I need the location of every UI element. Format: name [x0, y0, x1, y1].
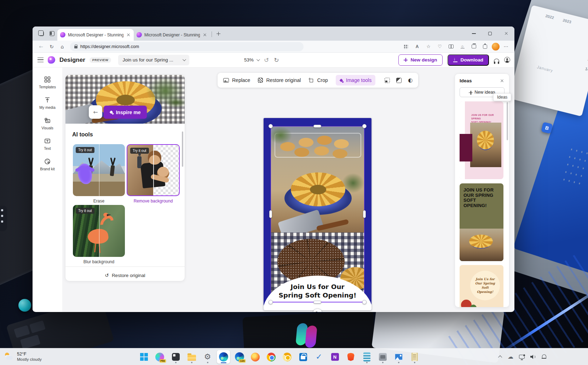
design-canvas[interactable]: Join Us for Our Spring Soft Opening!: [264, 118, 371, 310]
selection-handle-tl[interactable]: [269, 124, 273, 128]
tray-chevron-icon[interactable]: [498, 355, 502, 359]
chrome-button[interactable]: [265, 350, 278, 364]
try-it-out-badge: Try it out: [130, 148, 149, 154]
browser-menu-icon[interactable]: ⋯: [502, 42, 511, 51]
volume-icon[interactable]: [530, 355, 536, 359]
download-button[interactable]: Download: [448, 54, 489, 66]
crop-button[interactable]: Crop: [309, 77, 328, 83]
sidebar-item-brand-kit[interactable]: Brand kit: [40, 158, 54, 171]
sidebar-item-my-media[interactable]: My media: [39, 96, 56, 110]
utility-app-button[interactable]: [376, 350, 389, 364]
selection-handle-bottom[interactable]: [313, 301, 321, 304]
selection-handle-tr[interactable]: [362, 124, 367, 128]
plus-icon: [469, 91, 472, 94]
close-ideas-icon[interactable]: [500, 78, 505, 83]
browser-tab-1[interactable]: Microsoft Designer - Stunning de: [57, 29, 134, 41]
ai-card-erase[interactable]: Try it out: [73, 144, 125, 196]
split-screen-icon[interactable]: [446, 42, 456, 51]
settings-button[interactable]: ⚙: [201, 350, 214, 364]
refresh-icon[interactable]: ↻: [47, 42, 57, 51]
zoom-level: 53%: [244, 57, 254, 63]
doc-title-dropdown[interactable]: Join us for our Spring ...: [118, 55, 189, 65]
read-aloud-icon[interactable]: A: [413, 42, 422, 51]
tab-actions-icon[interactable]: [47, 28, 57, 39]
ideas-scrollbar[interactable]: [507, 102, 508, 140]
ai-card-remove-background[interactable]: Try it out: [127, 144, 180, 196]
firefox-icon: [251, 353, 260, 361]
panel-scrollbar[interactable]: [182, 131, 183, 167]
sidebar-item-templates[interactable]: Templates: [39, 76, 56, 89]
focus-assist-icon[interactable]: [542, 354, 546, 359]
support-icon[interactable]: [494, 59, 499, 63]
undo-icon[interactable]: ↺: [264, 57, 269, 64]
home-icon[interactable]: ⌂: [57, 42, 67, 51]
contrast-icon[interactable]: ◐: [408, 77, 413, 83]
sparkle-icon: [110, 111, 113, 114]
collections-icon[interactable]: [469, 42, 478, 51]
profile-avatar[interactable]: [492, 43, 500, 51]
inspire-me-button[interactable]: Inspire me: [104, 106, 147, 119]
caption-text[interactable]: Join Us for Our Spring Soft Opening!: [264, 283, 371, 300]
maximize-button[interactable]: [482, 27, 498, 41]
back-icon[interactable]: ←: [36, 42, 46, 51]
chrome-canary-button[interactable]: [281, 350, 294, 364]
edge-canary-button[interactable]: CAN: [233, 350, 246, 364]
selection-handle-bl[interactable]: [269, 300, 273, 304]
restore-original-button[interactable]: ↺ Restore original: [65, 270, 185, 281]
dark-app-button[interactable]: [169, 350, 182, 364]
selection-handle-br[interactable]: [362, 300, 367, 304]
address-bar[interactable]: https://designer.microsoft.com: [70, 42, 304, 51]
new-design-button[interactable]: New design: [398, 54, 442, 66]
weather-widget[interactable]: 52°F Mostly cloudy: [4, 348, 42, 365]
zoom-dropdown[interactable]: 53%: [244, 57, 259, 63]
media-app-button[interactable]: [392, 350, 405, 364]
idea-thumbnail[interactable]: JOIN US FOR OUR SPRING SOFT OPENING!: [460, 101, 503, 179]
account-icon[interactable]: [504, 57, 510, 63]
brave-button[interactable]: [344, 350, 357, 364]
selection-handle-right[interactable]: [363, 210, 366, 218]
image-tools-button[interactable]: Image tools: [336, 75, 375, 86]
store-icon: [299, 353, 307, 361]
recolor-icon[interactable]: [396, 78, 402, 83]
close-window-button[interactable]: [498, 27, 514, 41]
close-tab-icon[interactable]: [126, 33, 131, 37]
scroll-app-button[interactable]: [408, 350, 421, 364]
onenote-button[interactable]: N: [328, 350, 341, 364]
minimize-button[interactable]: [466, 27, 482, 41]
apps-grid-icon[interactable]: [401, 42, 410, 51]
ai-card-blur-background[interactable]: Try it out: [73, 205, 125, 257]
menu-icon[interactable]: [38, 58, 44, 62]
text-icon: [44, 137, 51, 145]
firefox-button[interactable]: [249, 350, 262, 364]
favorites-bar-icon[interactable]: ☆: [458, 42, 467, 51]
onedrive-icon[interactable]: ☁: [508, 354, 513, 360]
restore-original-button[interactable]: Restore original: [258, 77, 301, 83]
add-favorite-icon[interactable]: ☆: [424, 42, 433, 51]
microsoft-store-button[interactable]: [296, 350, 310, 364]
striped-app-button[interactable]: [360, 350, 373, 364]
idea-thumbnail[interactable]: Join Us for Our Spring Soft Opening!: [460, 265, 503, 307]
back-button[interactable]: ←: [89, 105, 102, 119]
replace-button[interactable]: Replace: [223, 77, 250, 83]
selection-handle-left[interactable]: [269, 210, 272, 218]
extensions-icon[interactable]: [480, 42, 490, 51]
sidebar-item-text[interactable]: Text: [44, 137, 51, 151]
network-display-icon[interactable]: [519, 355, 525, 359]
file-explorer-button[interactable]: [185, 350, 198, 364]
close-tab-icon[interactable]: [202, 33, 207, 37]
browser-essentials-icon[interactable]: ♡: [435, 42, 444, 51]
idea-thumbnail[interactable]: JOIN US FOR OUR SPRING SOFT OPENING!: [460, 183, 503, 261]
set-background-icon[interactable]: [385, 78, 390, 83]
copilot-button[interactable]: PRE: [153, 350, 166, 364]
edge-button[interactable]: [217, 350, 230, 364]
card-label: Erase: [73, 199, 125, 204]
selection-handle-top[interactable]: [313, 125, 321, 128]
to-do-button[interactable]: ✓: [312, 350, 325, 364]
new-tab-button[interactable]: [213, 29, 223, 39]
tab-separator: [212, 31, 212, 37]
workspaces-icon[interactable]: [36, 28, 47, 39]
start-button[interactable]: [137, 350, 150, 364]
browser-tab-2[interactable]: Microsoft Designer - Stunning de: [134, 29, 210, 41]
redo-icon[interactable]: ↻: [274, 57, 279, 64]
sidebar-item-visuals[interactable]: Visuals: [41, 117, 53, 130]
